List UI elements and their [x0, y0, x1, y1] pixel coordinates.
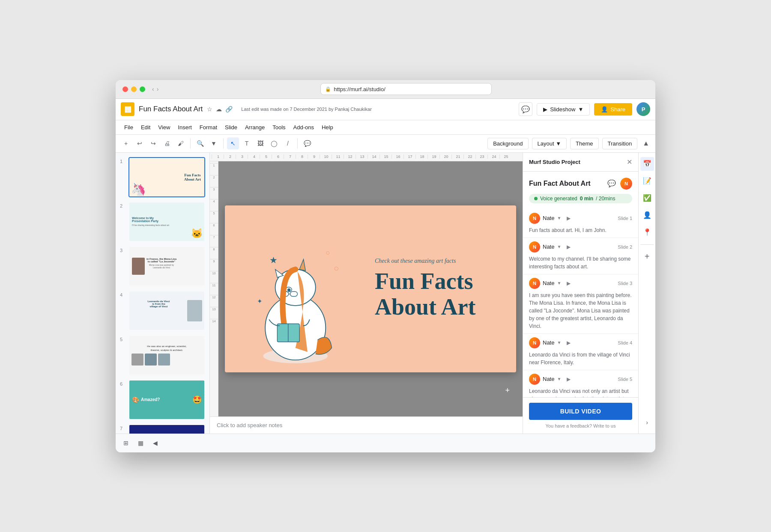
menu-bar: File Edit View Insert Format Slide Arran…	[116, 120, 655, 135]
slide-thumb-7[interactable]: 7 🌃 The Starry NightVincent van Gogh	[119, 423, 206, 434]
slide-preview-5[interactable]: He was also an engineer, scientist,theor…	[128, 335, 205, 375]
slide-preview-7[interactable]: 🌃 The Starry NightVincent van Gogh	[128, 424, 205, 434]
share-button[interactable]: 👤 Share	[594, 103, 632, 116]
menu-edit[interactable]: Edit	[137, 122, 154, 132]
share-icon[interactable]: 🔗	[225, 106, 233, 113]
chat-button[interactable]: 💬	[519, 102, 532, 116]
text-tool[interactable]: T	[241, 137, 253, 149]
slide-thumb-2[interactable]: 2 Welcome to MyPresentation Party I'll b…	[119, 201, 206, 243]
v-ruler-5: 5	[210, 211, 218, 223]
main-slide-canvas[interactable]: ★ ✦ ✦ ○ ○	[225, 205, 516, 372]
toolbar-collapse-button[interactable]: ▲	[641, 138, 651, 149]
menu-tools[interactable]: Tools	[269, 122, 289, 132]
speaker-chevron-3[interactable]: ▼	[557, 281, 561, 285]
filmstrip-view-button[interactable]: ▦	[134, 437, 146, 449]
shape-tool[interactable]: ◯	[268, 137, 280, 149]
paint-format-button[interactable]: 🖌	[175, 137, 187, 149]
slide-preview-2[interactable]: Welcome to MyPresentation Party I'll be …	[128, 202, 205, 242]
close-traffic-light[interactable]	[123, 86, 128, 92]
menu-addons[interactable]: Add-ons	[290, 122, 317, 132]
ruler-mark-3: 3	[236, 155, 248, 159]
comment-button[interactable]: 💬	[301, 137, 313, 149]
slide-thumb-6[interactable]: 6 🎨 Amazed? 🤩	[119, 379, 206, 421]
zoom-in-button[interactable]: ▼	[208, 137, 220, 149]
grid-view-button[interactable]: ⊞	[120, 437, 132, 449]
slideshow-button[interactable]: ▶ Slideshow ▼	[537, 103, 590, 116]
play-button-2[interactable]: ▶	[564, 242, 573, 252]
select-tool[interactable]: ↖	[227, 137, 239, 149]
ruler-mark-11: 11	[332, 155, 344, 159]
address-bar[interactable]: 🔒 https://murf.ai/studio/	[320, 83, 492, 95]
speaker-chevron-4[interactable]: ▼	[557, 340, 561, 345]
slide-unicorn-area: ★ ✦ ✦ ○ ○	[225, 205, 362, 372]
toolbar: + ↩ ↪ 🖨 🖌 🔍 ▼ ↖ T 🖼 ◯ / 💬 Background Lay…	[116, 135, 655, 153]
entry-1-header: N Nate ▼ ▶ Slide 1	[529, 213, 632, 224]
slide-thumb-5[interactable]: 5 He was also an engineer, scientist,the…	[119, 334, 206, 376]
strip-tasks-icon[interactable]: ✅	[640, 191, 654, 205]
slide-number-1: 1	[120, 157, 126, 164]
slide-thumb-3[interactable]: 3 in France, the Mona Lisais called "La …	[119, 245, 206, 287]
murf-close-button[interactable]: ✕	[627, 158, 632, 166]
slide-thumb-4[interactable]: 4 Leonardo da Vinciis from thevillage of…	[119, 290, 206, 332]
murf-chat-icon[interactable]: 💬	[606, 178, 618, 190]
strip-maps-icon[interactable]: 📍	[640, 226, 654, 239]
add-slide-button[interactable]: +	[505, 386, 510, 395]
menu-view[interactable]: View	[155, 122, 173, 132]
nate-image-3: N	[529, 278, 540, 289]
image-tool[interactable]: 🖼	[254, 137, 266, 149]
speaker-chevron-1[interactable]: ▼	[557, 216, 561, 220]
maximize-traffic-light[interactable]	[140, 86, 145, 92]
menu-slide[interactable]: Slide	[221, 122, 241, 132]
redo-button[interactable]: ↪	[147, 137, 159, 149]
voice-dot	[534, 197, 538, 200]
slide-preview-3[interactable]: in France, the Mona Lisais called "La Jo…	[128, 246, 205, 286]
play-button-4[interactable]: ▶	[564, 338, 573, 348]
minimize-traffic-light[interactable]	[131, 86, 137, 92]
slide-preview-1[interactable]: Fun FactsAbout Art 🦄	[128, 157, 205, 197]
voice-total: / 20mins	[596, 196, 615, 202]
play-button-1[interactable]: ▶	[564, 214, 573, 223]
transition-button[interactable]: Transition	[602, 138, 638, 149]
slide1-title: Fun FactsAbout Art	[184, 173, 201, 181]
app-bar: ▦ Fun Facts About Art ☆ ☁ 🔗 Last edit wa…	[116, 99, 655, 120]
doc-title[interactable]: Fun Facts About Art	[139, 105, 203, 113]
cloud-icon[interactable]: ☁	[216, 106, 222, 113]
murf-user-icon[interactable]: N	[620, 178, 632, 190]
share-person-icon: 👤	[601, 106, 608, 113]
collapse-panel-button[interactable]: ◀	[149, 437, 161, 449]
menu-insert[interactable]: Insert	[174, 122, 195, 132]
speaker-chevron-5[interactable]: ▼	[557, 377, 561, 381]
menu-file[interactable]: File	[121, 122, 137, 132]
line-tool[interactable]: /	[282, 137, 294, 149]
strip-calendar-icon[interactable]: 📅	[640, 157, 654, 171]
layout-button[interactable]: Layout ▼	[532, 138, 567, 149]
undo-button[interactable]: ↩	[134, 137, 146, 149]
strip-notes-icon[interactable]: 📝	[640, 174, 654, 188]
strip-expand-icon[interactable]: ›	[640, 416, 654, 429]
user-avatar[interactable]: P	[637, 102, 650, 116]
star-icon[interactable]: ☆	[207, 106, 212, 113]
slide-label-4: Slide 4	[618, 340, 632, 345]
menu-arrange[interactable]: Arrange	[242, 122, 268, 132]
print-button[interactable]: 🖨	[161, 137, 173, 149]
play-button-5[interactable]: ▶	[564, 374, 573, 384]
notes-area[interactable]: Click to add speaker notes	[210, 416, 523, 434]
theme-button[interactable]: Theme	[570, 138, 598, 149]
slide-preview-6[interactable]: 🎨 Amazed? 🤩	[128, 380, 205, 420]
forward-arrow[interactable]: ›	[157, 86, 159, 92]
menu-help[interactable]: Help	[318, 122, 337, 132]
menu-format[interactable]: Format	[196, 122, 221, 132]
play-button-3[interactable]: ▶	[564, 279, 573, 288]
back-arrow[interactable]: ‹	[152, 86, 154, 92]
v-ruler-8: 8	[210, 247, 218, 259]
strip-add-icon[interactable]: +	[640, 250, 654, 264]
slide-thumb-1[interactable]: 1 Fun FactsAbout Art 🦄	[119, 156, 206, 198]
background-button[interactable]: Background	[487, 138, 528, 149]
strip-contacts-icon[interactable]: 👤	[640, 208, 654, 222]
slide-preview-4[interactable]: Leonardo da Vinciis from thevillage of V…	[128, 291, 205, 331]
svg-text:★: ★	[269, 255, 278, 265]
speaker-chevron-2[interactable]: ▼	[557, 244, 561, 249]
build-video-button[interactable]: BUILD VIDEO	[529, 403, 632, 420]
add-button[interactable]: +	[120, 137, 132, 149]
zoom-out-button[interactable]: 🔍	[194, 137, 206, 149]
